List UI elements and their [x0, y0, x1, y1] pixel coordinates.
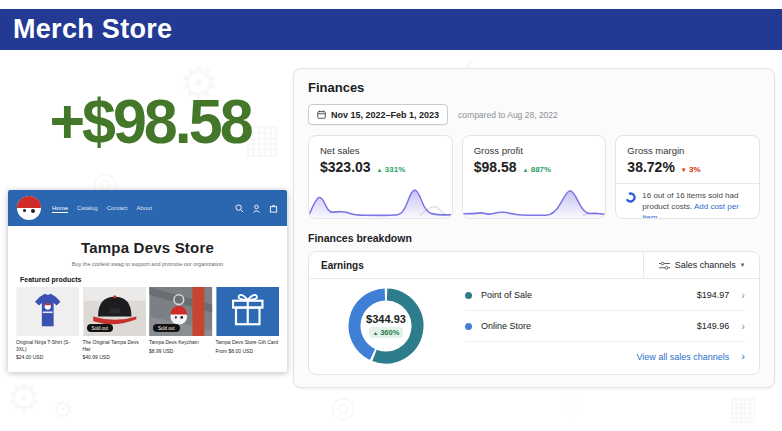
gear-watermark-icon: ⚙	[52, 398, 74, 422]
search-icon[interactable]	[235, 204, 244, 213]
cost-progress-donut-icon	[625, 192, 636, 203]
metric-delta: ▼ 3%	[681, 165, 701, 174]
eye-shape	[23, 209, 26, 212]
product-price: $24.00 USD	[16, 354, 80, 360]
chevron-right-icon: ›	[741, 351, 745, 362]
product-price: From $8.00 USD	[216, 348, 280, 354]
channel-list: Point of Sale $194.97 › Online Store $14…	[465, 280, 745, 371]
heart-watermark-icon: ♡	[560, 396, 585, 424]
nav-link-catalog[interactable]: Catalog	[77, 205, 98, 211]
up-arrow-icon: ▲	[377, 167, 383, 173]
nav-link-about[interactable]: About	[136, 205, 152, 211]
sold-out-badge: Sold out	[153, 324, 180, 332]
store-navbar: Home Catalog Contact About	[8, 190, 287, 226]
metric-value: $98.58	[474, 159, 517, 175]
compared-to-label: compared to Aug 28, 2022	[458, 110, 558, 120]
finances-panel: Finances Nov 15, 2022–Feb 1, 2023 compar…	[293, 68, 775, 388]
sales-channels-dropdown[interactable]: Sales channels ▾	[643, 252, 759, 278]
channel-value: $194.97	[697, 290, 730, 300]
calendar-icon	[317, 110, 326, 119]
earnings-donut-chart: $344.93 ▲ 360%	[313, 282, 459, 370]
metric-label: Net sales	[320, 145, 441, 156]
circle-watermark-icon: ◎	[330, 392, 356, 422]
net-sales-sparkline	[309, 182, 452, 218]
product-card[interactable]: Sold out Tampa Devs Keychain $8.99 USD	[149, 287, 213, 360]
gross-profit-card[interactable]: Gross profit $98.58 ▲ 887%	[462, 135, 607, 219]
nav-link-contact[interactable]: Contact	[107, 205, 128, 211]
sales-channels-label: Sales channels	[675, 260, 736, 270]
net-sales-card[interactable]: Net sales $323.03 ▲ 331%	[308, 135, 453, 219]
down-arrow-icon: ▼	[681, 167, 687, 173]
channel-color-dot	[465, 323, 472, 330]
product-title[interactable]: The Original Tampa Devs Hat	[83, 339, 147, 352]
metric-label: Gross margin	[627, 145, 748, 156]
channel-name: Point of Sale	[481, 290, 697, 300]
tshirt-icon	[16, 287, 80, 336]
metric-label: Gross profit	[474, 145, 595, 156]
metric-delta: ▲ 887%	[523, 165, 552, 174]
donut-svg	[342, 282, 430, 370]
featured-products-heading: Featured products	[20, 276, 287, 283]
account-icon[interactable]	[252, 204, 261, 213]
store-nav-links: Home Catalog Contact About	[52, 205, 152, 211]
product-card[interactable]: Original Ninja T-Shirt (S-3XL) $24.00 US…	[16, 287, 80, 360]
gross-margin-card[interactable]: Gross margin 38.72% ▼ 3% 16 out of 16 it…	[615, 135, 760, 219]
metric-value: $323.03	[320, 159, 371, 175]
gear-watermark-icon: ⚙	[6, 378, 42, 418]
slide: ⚙ ▦ ✓ ☁ ⚙ ⚙ ◎ ♡ ▦ ◎ Merch Store +$98.58 …	[0, 0, 782, 431]
slide-header: Merch Store	[0, 9, 782, 50]
channel-name: Online Store	[481, 321, 697, 331]
earnings-card: Earnings Sales channels ▾ $344.	[308, 251, 760, 375]
view-all-channels-link[interactable]: View all sales channels ›	[465, 342, 745, 371]
earnings-title: Earnings	[309, 260, 643, 271]
cart-bag-icon[interactable]	[269, 204, 278, 213]
grid-watermark-icon: ▦	[728, 392, 758, 424]
up-arrow-icon: ▲	[523, 167, 529, 173]
product-title[interactable]: Tampa Devs Keychain	[149, 339, 213, 346]
store-subtitle: Buy the coolest swag to support and prom…	[8, 261, 287, 267]
product-grid: Original Ninja T-Shirt (S-3XL) $24.00 US…	[16, 287, 279, 360]
product-title[interactable]: Original Ninja T-Shirt (S-3XL)	[16, 339, 80, 352]
product-price: $8.99 USD	[149, 348, 213, 354]
channel-row-online-store[interactable]: Online Store $149.96 ›	[465, 311, 745, 342]
chevron-right-icon: ›	[741, 290, 745, 301]
product-card[interactable]: Tampa Devs Store Gift Card From $8.00 US…	[216, 287, 280, 360]
finances-breakdown-heading: Finances breakdown	[308, 232, 760, 244]
metric-delta: ▲ 331%	[377, 165, 406, 174]
metric-value: 38.72%	[627, 159, 674, 175]
ninja-logo[interactable]	[17, 196, 41, 220]
caret-down-icon: ▾	[741, 261, 745, 269]
chevron-right-icon: ›	[741, 321, 745, 332]
storefront-screenshot: Home Catalog Contact About	[8, 190, 287, 372]
gift-icon	[216, 287, 280, 336]
gross-profit-sparkline	[463, 182, 606, 218]
nav-link-home[interactable]: Home	[52, 205, 68, 211]
channel-color-dot	[465, 292, 472, 299]
finances-title: Finances	[308, 80, 760, 95]
cost-note: 16 out of 16 items sold had product cost…	[642, 191, 750, 219]
store-title: Tampa Devs Store	[8, 239, 287, 256]
product-title[interactable]: Tampa Devs Store Gift Card	[216, 339, 280, 346]
hat-product-image: Sold out	[83, 287, 147, 336]
product-price: $40.99 USD	[83, 354, 147, 360]
product-card[interactable]: Sold out The Original Tampa Devs Hat $40…	[83, 287, 147, 360]
keychain-product-image: Sold out	[149, 287, 213, 336]
date-range-button[interactable]: Nov 15, 2022–Feb 1, 2023	[308, 104, 448, 125]
gift-card-product-image	[216, 287, 280, 336]
tshirt-product-image	[16, 287, 80, 336]
channel-value: $149.96	[697, 321, 730, 331]
channel-row-point-of-sale[interactable]: Point of Sale $194.97 ›	[465, 280, 745, 311]
filter-icon	[659, 261, 670, 270]
eye-shape	[31, 209, 35, 213]
date-range-label: Nov 15, 2022–Feb 1, 2023	[331, 110, 439, 120]
profit-headline: +$98.58	[14, 85, 286, 158]
sold-out-badge: Sold out	[87, 324, 114, 332]
page-title: Merch Store	[13, 14, 172, 45]
